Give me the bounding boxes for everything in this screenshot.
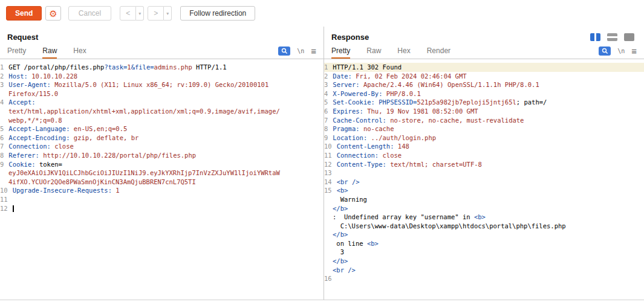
tab-render[interactable]: Render — [427, 47, 450, 59]
code-text: Cache-Control: no-store, no-cache, must-… — [333, 116, 524, 125]
code-segment: ../auth/login.php — [367, 134, 436, 141]
newline-toggle-icon[interactable]: \n — [297, 48, 304, 54]
send-button[interactable]: Send — [6, 6, 42, 21]
tab-raw[interactable]: Raw — [42, 47, 57, 59]
code-segment: Content-Length: — [337, 143, 394, 150]
chevron-down-icon: ▾ — [166, 11, 169, 16]
forward-button[interactable]: > — [148, 6, 164, 21]
code-segment: ; path=/ — [516, 98, 547, 106]
code-segment: PHP/8.0.1 — [383, 90, 421, 97]
request-editor[interactable]: 1GET /portal/php/files.php?task=1&file=a… — [0, 59, 324, 300]
line-number — [324, 248, 333, 257]
line-number: 6 — [324, 107, 333, 116]
tab-pretty[interactable]: Pretty — [7, 47, 26, 59]
line-number — [324, 266, 333, 275]
code-line: 3Server: Apache/2.4.46 (Win64) OpenSSL/1… — [324, 80, 644, 89]
code-segment: 3 — [333, 248, 344, 255]
code-segment: GET /portal/php/files.php — [8, 63, 104, 71]
search-icon[interactable] — [599, 47, 611, 56]
code-segment: text/html,application/xhtml+xml,applicat… — [8, 108, 280, 115]
code-line: 3User-Agent: Mozilla/5.0 (X11; Linux x86… — [0, 80, 324, 89]
code-segment: C:\Users\www-data\Desktop\xampp\htdocs\p… — [333, 222, 566, 230]
code-text: 4ifXO.YCUOr2QOe8PWaSmnOjKinCN3AmQjuBBREN… — [8, 178, 196, 187]
code-text: HTTP/1.1 302 Found — [333, 63, 402, 72]
code-line: </b> — [324, 257, 644, 266]
editor-menu-icon[interactable]: ≡ — [631, 47, 637, 56]
code-segment: Cookie: — [8, 161, 35, 168]
code-text: Accept-Encoding: gzip, deflate, br — [8, 133, 138, 143]
code-line: 5Accept-Language: en-US,en;q=0.5 — [0, 124, 324, 133]
code-line: 15<b> — [324, 186, 644, 195]
request-panel: Request PrettyRawHex \n ≡ 1GET /portal/p… — [0, 27, 324, 300]
line-number: 13 — [324, 169, 337, 178]
search-icon[interactable] — [278, 47, 290, 56]
back-dropdown-button[interactable]: ▾ — [136, 6, 144, 21]
line-number — [0, 178, 8, 187]
code-line: 8Referer: http://10.10.10.228/portal/php… — [0, 151, 324, 160]
tab-hex[interactable]: Hex — [73, 47, 86, 59]
history-forward-group: > ▾ — [148, 6, 172, 21]
gear-icon: ⚙ — [49, 9, 57, 18]
code-text: Upgrade-Insecure-Requests: 1 — [13, 186, 120, 195]
line-number: 9 — [324, 133, 333, 143]
code-text: </b> — [333, 204, 348, 213]
follow-redirection-button[interactable]: Follow redirection — [180, 6, 255, 21]
layout-rows-icon[interactable] — [607, 33, 617, 41]
code-text: 3 — [333, 248, 344, 257]
code-text: Warning — [333, 195, 367, 204]
code-line: 8Pragma: no-cache — [324, 124, 644, 133]
code-text: eyJ0eXAiOiJKV1QiLCJhbGciOiJIUzI1NiJ9.eyJ… — [8, 169, 280, 178]
code-segment: close — [51, 143, 74, 150]
back-button[interactable]: < — [120, 6, 136, 21]
code-line: 2Date: Fri, 02 Feb 2024 02:46:04 GMT — [324, 72, 644, 81]
code-text: on line <b> — [333, 239, 379, 248]
code-segment: User-Agent: — [8, 81, 51, 88]
code-text: Cookie: token= — [8, 160, 62, 169]
code-text: <br /> — [333, 266, 356, 275]
tab-pretty[interactable]: Pretty — [331, 47, 350, 59]
code-text: </b> — [333, 230, 348, 239]
layout-columns-icon[interactable] — [590, 33, 600, 41]
tab-raw[interactable]: Raw — [366, 47, 381, 59]
code-segment: Warning — [333, 196, 367, 203]
cancel-button[interactable]: Cancel — [68, 6, 111, 21]
code-segment: X-Powered-By: — [333, 90, 382, 97]
request-settings-button[interactable]: ⚙ — [45, 6, 60, 21]
code-line: <br /> — [324, 266, 644, 275]
forward-dropdown-button[interactable]: ▾ — [164, 6, 172, 21]
code-segment: <b> — [474, 213, 486, 220]
code-segment: Apache/2.4.46 (Win64) OpenSSL/1.1.1h PHP… — [360, 81, 539, 88]
tab-hex[interactable]: Hex — [397, 47, 410, 59]
layout-single-icon[interactable] — [624, 33, 634, 41]
code-line: 12Content-Type: text/html; charset=UTF-8 — [324, 160, 644, 169]
code-text: text/html,application/xhtml+xml,applicat… — [8, 107, 280, 116]
code-segment: gzip, deflate, br — [70, 134, 138, 141]
code-segment: Accept: — [8, 98, 35, 106]
line-number — [324, 213, 333, 222]
magnifier-glyph — [602, 48, 608, 54]
line-number — [324, 204, 333, 213]
editor-menu-icon[interactable]: ≡ — [311, 47, 316, 56]
code-segment: PHPSESSID= — [375, 98, 417, 106]
code-segment: Connection: — [8, 143, 51, 150]
code-segment: <b> — [367, 240, 379, 247]
code-line: 1HTTP/1.1 302 Found — [324, 63, 644, 72]
toolbar: Send ⚙ Cancel < ▾ > ▾ Follow redirection — [0, 0, 644, 27]
newline-toggle-icon[interactable]: \n — [617, 48, 625, 54]
code-text: Location: ../auth/login.php — [333, 133, 436, 143]
chevron-down-icon: ▾ — [138, 11, 141, 16]
code-line: 6Accept-Encoding: gzip, deflate, br — [0, 133, 324, 143]
line-number — [324, 257, 333, 266]
response-editor[interactable]: 1HTTP/1.1 302 Found2Date: Fri, 02 Feb 20… — [324, 59, 644, 300]
line-number: 14 — [324, 178, 337, 187]
magnifier-glyph — [281, 48, 288, 54]
request-header: Request — [0, 27, 324, 43]
code-text: Date: Fri, 02 Feb 2024 02:46:04 GMT — [333, 72, 466, 81]
code-text: Referer: http://10.10.10.228/portal/php/… — [8, 151, 196, 160]
line-number: 3 — [0, 80, 8, 89]
line-number: 3 — [324, 80, 333, 89]
code-text: Connection: close — [337, 151, 402, 160]
code-text: webp,*/*;q=0.8 — [8, 116, 62, 125]
line-number: 10 — [0, 186, 13, 195]
code-text: Content-Type: text/html; charset=UTF-8 — [337, 160, 482, 169]
